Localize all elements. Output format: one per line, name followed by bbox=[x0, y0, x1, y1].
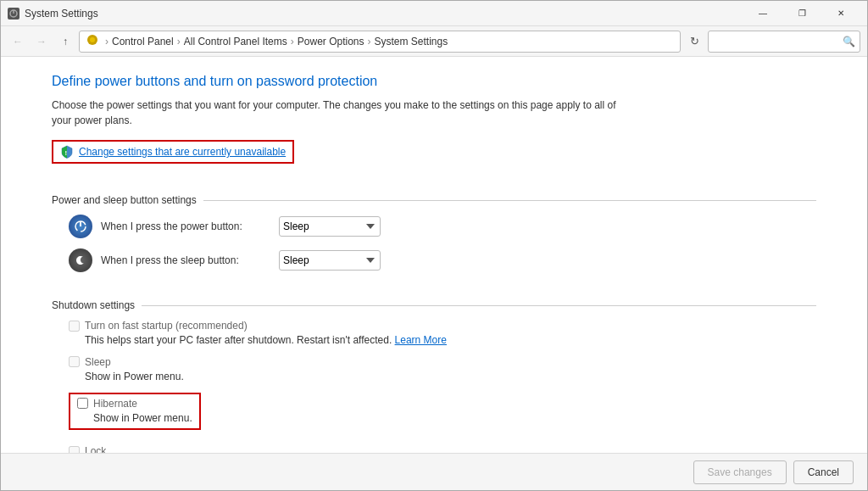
hibernate-item: Hibernate Show in Power menu. bbox=[69, 393, 816, 438]
save-changes-button[interactable]: Save changes bbox=[693, 460, 787, 484]
change-settings-text: Change settings that are currently unava… bbox=[79, 146, 286, 158]
button-settings-area: When I press the power button: Sleep Do … bbox=[52, 215, 816, 282]
fast-startup-row: Turn on fast startup (recommended) bbox=[69, 320, 816, 332]
cancel-button[interactable]: Cancel bbox=[793, 460, 854, 484]
hibernate-highlight-box: Hibernate Show in Power menu. bbox=[69, 393, 201, 431]
search-box-container: 🔍 bbox=[708, 31, 860, 53]
power-button-label: When I press the power button: bbox=[101, 220, 270, 232]
addressbar: ← → ↑ › Control Panel › All Control Pane… bbox=[1, 26, 867, 57]
hibernate-checkbox[interactable] bbox=[77, 398, 88, 409]
power-button-icon bbox=[69, 215, 92, 238]
addressbar-right: ↻ 🔍 bbox=[684, 31, 860, 53]
window: System Settings — ❐ ✕ ← → ↑ › Control Pa… bbox=[0, 0, 868, 491]
learn-more-link[interactable]: Learn More bbox=[395, 334, 447, 346]
lock-item: Lock Show in account picture menu. bbox=[69, 445, 816, 453]
fast-startup-label: Turn on fast startup (recommended) bbox=[85, 320, 248, 332]
power-button-action-select[interactable]: Sleep Do nothing Hibernate Shut down bbox=[279, 216, 381, 237]
home-icon bbox=[86, 34, 98, 48]
up-button[interactable]: ↑ bbox=[55, 31, 75, 52]
window-title: System Settings bbox=[25, 8, 98, 20]
breadcrumb-chevron-1: › bbox=[105, 36, 108, 47]
breadcrumb-control-panel[interactable]: Control Panel bbox=[112, 36, 174, 47]
change-settings-container: ! Change settings that are currently una… bbox=[52, 140, 816, 179]
breadcrumb-chevron-3: › bbox=[291, 36, 294, 47]
breadcrumb-all-items[interactable]: All Control Panel Items bbox=[184, 36, 287, 47]
lock-label: Lock bbox=[85, 445, 106, 453]
fast-startup-item: Turn on fast startup (recommended) This … bbox=[69, 320, 816, 348]
search-input[interactable] bbox=[708, 31, 860, 53]
app-icon bbox=[8, 8, 19, 20]
shield-uac-icon: ! bbox=[60, 145, 74, 159]
fast-startup-desc: This helps start your PC faster after sh… bbox=[69, 333, 816, 348]
power-button-row: When I press the power button: Sleep Do … bbox=[69, 215, 816, 238]
forward-button[interactable]: → bbox=[31, 31, 52, 52]
hibernate-label: Hibernate bbox=[93, 398, 137, 410]
sleep-button-icon bbox=[69, 248, 92, 272]
breadcrumb-bar: › Control Panel › All Control Panel Item… bbox=[79, 31, 681, 53]
sleep-shutdown-label: Sleep bbox=[85, 356, 111, 368]
back-button[interactable]: ← bbox=[8, 31, 28, 52]
sleep-shutdown-item: Sleep Show in Power menu. bbox=[69, 356, 816, 384]
titlebar: System Settings — ❐ ✕ bbox=[1, 1, 867, 26]
lock-checkbox[interactable] bbox=[69, 446, 80, 453]
hibernate-desc: Show in Power menu. bbox=[77, 411, 192, 426]
minimize-button[interactable]: — bbox=[743, 1, 782, 26]
fast-startup-checkbox[interactable] bbox=[69, 321, 80, 332]
sleep-shutdown-checkbox[interactable] bbox=[69, 356, 80, 367]
sleep-shutdown-desc: Show in Power menu. bbox=[69, 370, 816, 384]
breadcrumb-chevron-4: › bbox=[367, 36, 370, 47]
sleep-button-action-select[interactable]: Sleep Do nothing Hibernate Shut down bbox=[279, 250, 381, 271]
lock-row: Lock bbox=[69, 445, 816, 453]
svg-text:!: ! bbox=[65, 149, 68, 157]
breadcrumb-current: System Settings bbox=[374, 36, 448, 47]
titlebar-left: System Settings bbox=[8, 8, 98, 20]
footer: Save changes Cancel bbox=[1, 453, 867, 490]
sleep-shutdown-row: Sleep bbox=[69, 356, 816, 368]
sleep-button-row: When I press the sleep button: Sleep Do … bbox=[69, 248, 816, 272]
maximize-button[interactable]: ❐ bbox=[782, 1, 821, 26]
close-button[interactable]: ✕ bbox=[821, 1, 860, 26]
change-settings-link[interactable]: ! Change settings that are currently una… bbox=[52, 140, 294, 164]
shutdown-section-header: Shutdown settings bbox=[52, 299, 816, 311]
hibernate-row: Hibernate bbox=[77, 398, 192, 410]
svg-point-3 bbox=[90, 37, 95, 42]
main-content: Define power buttons and turn on passwor… bbox=[1, 57, 867, 453]
power-sleep-section-header: Power and sleep button settings bbox=[52, 194, 816, 206]
page-title: Define power buttons and turn on passwor… bbox=[52, 74, 816, 89]
titlebar-controls: — ❐ ✕ bbox=[743, 1, 860, 26]
page-description: Choose the power settings that you want … bbox=[52, 98, 628, 128]
breadcrumb-chevron-2: › bbox=[177, 36, 181, 47]
breadcrumb-power-options[interactable]: Power Options bbox=[298, 36, 364, 47]
sleep-button-label: When I press the sleep button: bbox=[101, 254, 270, 266]
refresh-button[interactable]: ↻ bbox=[684, 31, 704, 52]
shutdown-section: Shutdown settings Turn on fast startup (… bbox=[52, 299, 816, 453]
shutdown-items: Turn on fast startup (recommended) This … bbox=[52, 320, 816, 453]
